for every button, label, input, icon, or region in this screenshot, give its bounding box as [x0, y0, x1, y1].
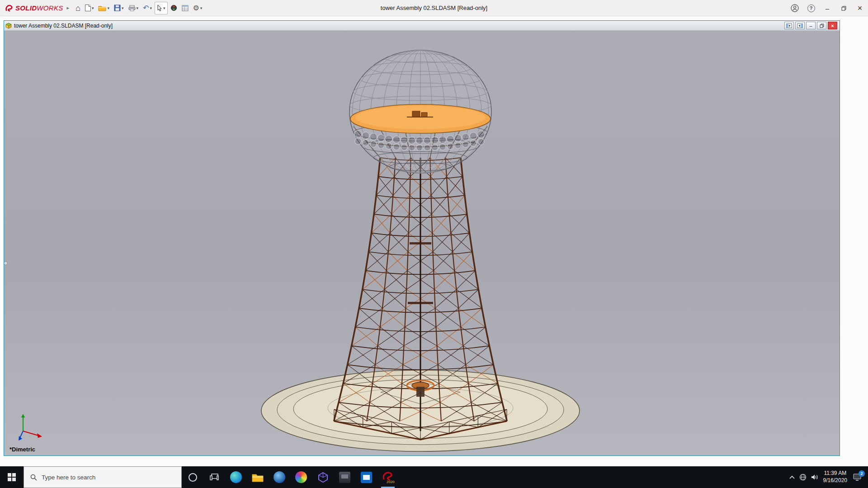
gear-icon: ⚙ [193, 5, 199, 12]
select-caret-icon[interactable]: ▾ [163, 6, 165, 10]
new-document-caret-icon[interactable]: ▾ [92, 6, 94, 10]
rebuild-status-button[interactable] [169, 2, 179, 14]
taskbar-app-blue[interactable] [355, 466, 377, 488]
save-button[interactable]: ▾ [112, 2, 126, 14]
maximize-button[interactable] [835, 0, 852, 16]
new-document-icon [85, 5, 91, 11]
save-caret-icon[interactable]: ▾ [122, 6, 124, 10]
app-titlebar: SOLIDWORKS ▸ ⌂ ▾ ▾ [0, 0, 868, 16]
account-button[interactable] [787, 0, 803, 16]
taskbar-app-dark[interactable] [334, 466, 355, 488]
volume-icon[interactable] [811, 474, 819, 480]
doc-minimize-icon: – [809, 23, 812, 28]
doc-restore-icon [820, 23, 824, 28]
taskbar: Type here to search [0, 466, 868, 488]
brand-text: SOLIDWORKS [15, 4, 63, 12]
task-view-icon [210, 473, 219, 481]
tray-app-button[interactable]: 2 [852, 473, 863, 482]
taskbar-app-3d-viewer[interactable] [312, 466, 334, 488]
clock-date: 9/16/2020 [823, 477, 847, 484]
undo-button[interactable]: ↶ ▾ [141, 2, 154, 14]
new-document-button[interactable]: ▾ [83, 2, 96, 14]
solidworks-logo-icon [5, 4, 14, 13]
graphics-area[interactable]: *Dimetric [4, 31, 840, 455]
clock-time: 11:39 AM [823, 470, 847, 477]
app-window-title: tower Assembly 02.SLDASM [Read-only] [381, 5, 487, 11]
orientation-triad-icon [16, 413, 47, 442]
brand-bold: SOLID [15, 4, 37, 12]
doc-close-button[interactable]: × [828, 22, 837, 29]
dark-app-icon [339, 472, 350, 483]
network-icon[interactable] [799, 474, 807, 481]
client-area: tower Assembly 02.SLDASM [Read-only] [0, 16, 868, 466]
document-title: tower Assembly 02.SLDASM [Read-only] [14, 23, 113, 29]
account-icon [791, 4, 799, 12]
open-caret-icon[interactable]: ▾ [107, 6, 109, 10]
system-tray: 11:39 AM 9/16/2020 2 [789, 470, 868, 484]
settings-caret-icon[interactable]: ▾ [200, 6, 203, 10]
doc-restore-button[interactable] [817, 22, 826, 29]
close-button[interactable]: × [852, 0, 868, 16]
status-sphere-icon [170, 5, 177, 11]
restore-icon [841, 6, 846, 11]
screen: SOLIDWORKS ▸ ⌂ ▾ ▾ [0, 0, 868, 488]
taskbar-app-browser[interactable] [269, 466, 290, 488]
taskbar-search-input[interactable]: Type here to search [24, 466, 182, 488]
save-icon [114, 5, 121, 11]
pane-toggle-left-button[interactable] [784, 22, 794, 29]
browser-globe-icon [274, 471, 285, 483]
document-titlebar[interactable]: tower Assembly 02.SLDASM [Read-only] [4, 21, 840, 31]
tray-badge: 2 [859, 470, 865, 477]
settings-button[interactable]: ⚙ ▾ [191, 2, 204, 14]
home-icon: ⌂ [75, 4, 80, 12]
print-caret-icon[interactable]: ▾ [137, 6, 139, 10]
taskbar-app-edge[interactable] [225, 466, 247, 488]
print-button[interactable]: ▾ [127, 2, 141, 14]
file-explorer-icon [252, 473, 264, 482]
search-icon [30, 474, 37, 481]
open-folder-icon [98, 5, 106, 11]
doc-minimize-button[interactable]: – [806, 22, 816, 29]
pane-toggle-left-icon [786, 23, 792, 28]
properties-table-button[interactable] [180, 2, 190, 14]
close-icon: × [858, 4, 863, 13]
solidworks-app-icon: 2020 [381, 470, 395, 484]
cube-3d-icon [317, 472, 329, 483]
solidworks-logo: SOLIDWORKS [5, 4, 63, 13]
undo-icon: ↶ [143, 5, 149, 12]
minimize-button[interactable]: – [819, 0, 835, 16]
taskbar-app-file-explorer[interactable] [247, 466, 269, 488]
menu-expander-icon[interactable]: ▸ [67, 5, 70, 11]
help-button[interactable]: ? [803, 0, 819, 16]
cortana-icon [189, 473, 197, 482]
taskbar-app-photos[interactable] [290, 466, 312, 488]
pane-toggle-right-icon [797, 23, 803, 28]
windows-logo-icon [8, 473, 16, 481]
open-button[interactable]: ▾ [96, 2, 111, 14]
undo-caret-icon[interactable]: ▾ [150, 6, 152, 10]
document-window-buttons: – × [784, 22, 838, 29]
view-orientation-label: *Dimetric [9, 446, 35, 453]
print-icon [128, 5, 136, 11]
solidworks-year-label: 2020 [387, 480, 395, 484]
photos-icon [295, 471, 307, 483]
task-view-button[interactable] [203, 466, 225, 488]
edge-icon [230, 471, 242, 483]
home-button[interactable]: ⌂ [74, 2, 82, 14]
main-toolbar: ⌂ ▾ ▾ ▾ [74, 2, 204, 14]
brand-light: WORKS [37, 4, 63, 12]
help-icon: ? [807, 5, 815, 12]
window-controls: ? – × [787, 0, 868, 16]
select-tool-button[interactable]: ▾ [155, 2, 168, 14]
pane-toggle-right-button[interactable] [795, 22, 805, 29]
doc-close-icon: × [831, 23, 834, 28]
taskbar-clock[interactable]: 11:39 AM 9/16/2020 [823, 470, 847, 484]
cortana-button[interactable] [182, 466, 203, 488]
minimize-icon: – [826, 5, 829, 12]
taskbar-app-solidworks[interactable]: 2020 [377, 466, 399, 488]
table-icon [182, 5, 189, 11]
blue-app-icon [361, 472, 372, 483]
tray-chevron-up-icon[interactable] [789, 475, 795, 479]
select-cursor-icon [157, 5, 162, 11]
start-button[interactable] [0, 466, 24, 488]
